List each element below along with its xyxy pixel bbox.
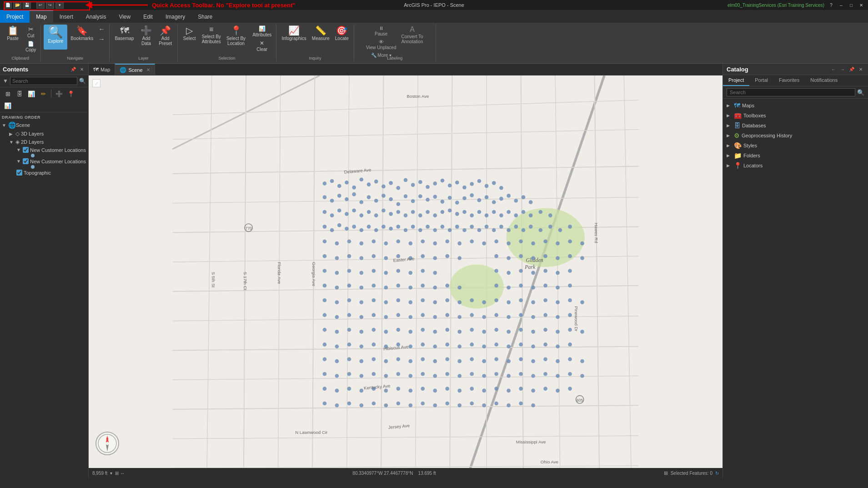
coordinates-display: 80.3340977°W 27.4467778°N 13.695 ft xyxy=(352,471,436,476)
catalog-search-button[interactable]: 🔍 xyxy=(857,89,864,96)
open-btn[interactable]: 📂 xyxy=(13,1,21,9)
svg-point-164 xyxy=(470,239,474,243)
tree-layer1[interactable]: ▼ New Customer Locations xyxy=(16,146,88,154)
catalog-search-input[interactable] xyxy=(727,88,855,96)
databases-label: Databases xyxy=(742,123,766,128)
svg-point-338 xyxy=(323,372,327,376)
svg-point-82 xyxy=(492,200,496,204)
tree-layer2[interactable]: ▼ New Customer Locations xyxy=(16,157,88,165)
tab-imagery[interactable]: Imagery xyxy=(159,10,191,23)
tree-2d-layers[interactable]: ▼ ◈ 2D Layers xyxy=(0,138,88,146)
catalog-tab-notifications[interactable]: Notifications xyxy=(805,75,843,86)
contents-pin-btn[interactable]: 📌 xyxy=(70,65,77,73)
svg-point-328 xyxy=(470,357,474,362)
minimize-btn[interactable]: – xyxy=(838,2,844,8)
catalog-tab-portal[interactable]: Portal xyxy=(749,75,773,86)
pause-button[interactable]: ⏸ Pause xyxy=(364,25,398,37)
select-by-attrs-button[interactable]: ≡ Select ByAttributes xyxy=(200,25,223,45)
catalog-item-styles[interactable]: ▶ 🎨 Styles xyxy=(723,141,868,151)
tab-insert[interactable]: Insert xyxy=(53,10,80,23)
svg-point-138 xyxy=(462,228,467,232)
ct-pin-btn[interactable]: 📍 xyxy=(66,89,76,99)
attributes-button[interactable]: 📊 Attributes xyxy=(251,25,273,38)
tab-map[interactable]: Map xyxy=(30,10,53,23)
ct-list-btn[interactable]: ⊞ xyxy=(3,89,13,99)
add-preset-button[interactable]: 📌 AddPreset xyxy=(156,25,175,47)
svg-point-58 xyxy=(499,186,503,190)
copy-button[interactable]: 📄 Copy xyxy=(24,40,38,53)
tab-scene-view[interactable]: 🌐 Scene ✕ xyxy=(115,64,155,75)
extent-icons[interactable]: ⊞ ↔ xyxy=(115,471,125,476)
bookmarks-button[interactable]: 🔖 Bookmarks xyxy=(68,25,95,42)
back-button[interactable]: ← xyxy=(96,25,106,34)
tab-edit[interactable]: Edit xyxy=(137,10,159,23)
basemap-button[interactable]: 🗺 Basemap xyxy=(112,25,136,42)
catalog-tab-favorites[interactable]: Favorites xyxy=(773,75,805,86)
contents-search-button[interactable]: 🔍 xyxy=(79,78,86,84)
scene-tab-close[interactable]: ✕ xyxy=(146,67,150,72)
svg-point-153 xyxy=(335,241,339,246)
maximize-btn[interactable]: □ xyxy=(848,2,854,8)
ct-db-btn[interactable]: 🗄 xyxy=(15,89,25,99)
svg-point-298 xyxy=(360,344,364,348)
explore-button[interactable]: 🔍 Explore xyxy=(44,25,67,50)
forward-button[interactable]: → xyxy=(96,35,106,44)
tab-analysis[interactable]: Analysis xyxy=(80,10,113,23)
contents-search-input[interactable] xyxy=(10,77,77,85)
clear-button[interactable]: ✕ Clear xyxy=(251,39,273,53)
convert-annotation-button[interactable]: A Convert ToAnnotation xyxy=(399,25,425,45)
catalog-item-maps[interactable]: ▶ 🗺 Maps xyxy=(723,101,868,111)
view-unplaced-button[interactable]: 👁 View Unplaced xyxy=(364,38,398,51)
qa-dropdown[interactable]: ▾ xyxy=(55,1,64,9)
contents-close-btn[interactable]: ✕ xyxy=(78,65,85,73)
tree-3d-layers[interactable]: ▶ ◇ 3D Layers xyxy=(0,130,88,138)
help-btn[interactable]: ? xyxy=(828,2,834,8)
map-area[interactable]: Glidden Park xyxy=(89,75,722,478)
svg-point-379 xyxy=(556,389,560,393)
tab-project[interactable]: Project xyxy=(0,10,30,23)
ribbon-group-layer: 🗺 Basemap ➕ AddData 📌 AddPreset Layer xyxy=(110,25,177,61)
compass-rose[interactable]: N xyxy=(95,432,119,455)
catalog-pin-btn[interactable]: 📌 xyxy=(848,65,855,73)
select-button[interactable]: ▷ Select xyxy=(181,25,199,42)
redo-btn[interactable]: ↪ xyxy=(46,1,54,9)
add-data-button[interactable]: ➕ AddData xyxy=(137,25,156,47)
cut-button[interactable]: ✂ Cut xyxy=(24,25,38,39)
map-expand-button[interactable]: ⤢ xyxy=(92,79,100,87)
svg-point-128 xyxy=(389,226,393,231)
scale-dropdown[interactable]: ▾ xyxy=(110,471,112,476)
ct-add-btn[interactable]: ➕ xyxy=(54,89,64,99)
catalog-item-geoprocessing[interactable]: ▶ ⚙ Geoprocessing History xyxy=(723,131,868,141)
tab-map-view[interactable]: 🗺 Map xyxy=(89,64,115,75)
undo-btn[interactable]: ↩ xyxy=(36,1,45,9)
catalog-close-btn[interactable]: ✕ xyxy=(857,65,864,73)
select-by-loc-button[interactable]: 📍 Select ByLocation xyxy=(224,25,248,47)
tab-share[interactable]: Share xyxy=(191,10,219,23)
tree-scene[interactable]: ▼ 🌐 Scene xyxy=(0,121,88,130)
catalog-item-locators[interactable]: ▶ 📍 Locators xyxy=(723,161,868,171)
topographic-checkbox[interactable] xyxy=(16,170,22,176)
ct-chart-btn[interactable]: 📊 xyxy=(26,89,36,99)
paste-button[interactable]: 📋 Paste xyxy=(3,25,23,42)
svg-point-50 xyxy=(441,179,445,183)
catalog-forward-btn[interactable]: → xyxy=(839,65,846,73)
catalog-back-btn[interactable]: ← xyxy=(830,65,837,73)
locate-button[interactable]: 🎯 Locate xyxy=(333,25,351,42)
ct-bar-btn[interactable]: 📊 xyxy=(3,101,13,111)
tab-view[interactable]: View xyxy=(112,10,137,23)
infographics-button[interactable]: 📈 Infographics xyxy=(279,25,308,42)
catalog-item-toolboxes[interactable]: ▶ 🧰 Toolboxes xyxy=(723,111,868,121)
save-btn[interactable]: 💾 xyxy=(23,1,31,9)
layer2-checkbox[interactable] xyxy=(23,158,29,164)
catalog-tab-project[interactable]: Project xyxy=(723,75,749,86)
catalog-item-folders[interactable]: ▶ 📁 Folders xyxy=(723,151,868,161)
close-btn[interactable]: ✕ xyxy=(858,2,864,8)
new-btn[interactable]: 📄 xyxy=(4,1,12,9)
catalog-item-databases[interactable]: ▶ 🗄 Databases xyxy=(723,121,868,131)
measure-button[interactable]: 📏 Measure xyxy=(310,25,332,42)
layer1-checkbox[interactable] xyxy=(23,147,29,153)
refresh-icon[interactable]: ↻ xyxy=(715,471,719,476)
coordinate-values: 80.3340977°W 27.4467778°N xyxy=(352,471,413,476)
tree-topographic[interactable]: Topographic xyxy=(16,169,88,176)
ct-pencil-btn[interactable]: ✏ xyxy=(38,89,48,99)
